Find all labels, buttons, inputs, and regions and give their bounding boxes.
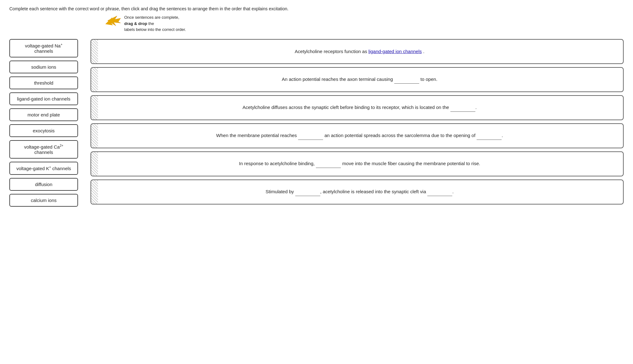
sentence-text: Acetylcholine diffuses across the synapt… xyxy=(106,103,614,112)
sentence-fragment: Stimulated by xyxy=(266,189,295,194)
sentence-card[interactable]: Acetylcholine diffuses across the synapt… xyxy=(91,95,624,120)
sentence-fragment: to open. xyxy=(419,76,437,82)
sentence-fragment: . xyxy=(452,189,454,194)
word-bank: voltage-gated Na+ channelssodium ionsthr… xyxy=(9,39,78,207)
answer-blank[interactable] xyxy=(316,160,341,168)
sentence-text: In response to acetylcholine binding, mo… xyxy=(106,160,614,168)
word-bank-item[interactable]: ligand-gated ion channels xyxy=(9,92,78,105)
word-bank-item[interactable]: threshold xyxy=(9,76,78,89)
sentence-fragment: . xyxy=(422,49,424,54)
drag-handle xyxy=(91,96,98,120)
drag-handle xyxy=(91,124,98,148)
sentence-text: An action potential reaches the axon ter… xyxy=(106,75,614,84)
drag-handle xyxy=(91,152,98,176)
sentence-card[interactable]: When the membrane potential reaches an a… xyxy=(91,123,624,148)
sentence-fragment: move into the muscle fiber causing the m… xyxy=(341,161,480,166)
word-bank-item[interactable]: voltage-gated Na+ channels xyxy=(9,39,78,57)
answer-blank[interactable] xyxy=(298,131,323,140)
word-bank-item[interactable]: motor end plate xyxy=(9,108,78,121)
sentence-text: Stimulated by , acetylcholine is release… xyxy=(106,188,614,196)
sentence-fragment: An action potential reaches the axon ter… xyxy=(282,76,394,82)
answer-blank[interactable] xyxy=(394,75,419,84)
filled-answer[interactable]: ligand-gated ion channels xyxy=(368,49,422,54)
drag-handle xyxy=(91,180,98,204)
sentence-card[interactable]: An action potential reaches the axon ter… xyxy=(91,67,624,92)
answer-blank[interactable] xyxy=(450,103,475,112)
answer-blank[interactable] xyxy=(295,188,320,196)
answer-blank[interactable] xyxy=(477,131,502,140)
sentence-fragment: an action potential spreads across the s… xyxy=(323,133,477,138)
drag-handle xyxy=(91,40,98,63)
sentence-text: When the membrane potential reaches an a… xyxy=(106,131,614,140)
sentence-fragment: Acetylcholine receptors function as xyxy=(295,49,368,54)
word-bank-item[interactable]: diffusion xyxy=(9,178,78,191)
arrow-hint-container: Once sentences are complete, drag & drop… xyxy=(103,14,624,33)
arrow-icon xyxy=(103,14,122,27)
hint-text: Once sentences are complete, drag & drop… xyxy=(124,14,186,33)
word-bank-item[interactable]: sodium ions xyxy=(9,61,78,73)
sentence-card[interactable]: Stimulated by , acetylcholine is release… xyxy=(91,180,624,204)
instruction-text: Complete each sentence with the correct … xyxy=(9,6,384,11)
sentence-card[interactable]: In response to acetylcholine binding, mo… xyxy=(91,151,624,176)
sentence-fragment: Acetylcholine diffuses across the synapt… xyxy=(243,105,450,110)
drag-handle xyxy=(91,68,98,91)
sentence-fragment: When the membrane potential reaches xyxy=(216,133,298,138)
word-bank-item[interactable]: voltage-gated K+ channels xyxy=(9,162,78,175)
sentence-card[interactable]: Acetylcholine receptors function as liga… xyxy=(91,39,624,64)
word-bank-item[interactable]: calcium ions xyxy=(9,194,78,207)
sentences-area: Acetylcholine receptors function as liga… xyxy=(91,39,624,204)
sentence-fragment: . xyxy=(502,133,503,138)
sentence-fragment: , acetylcholine is released into the syn… xyxy=(320,189,428,194)
main-layout: voltage-gated Na+ channelssodium ionsthr… xyxy=(9,39,624,207)
word-bank-item[interactable]: exocytosis xyxy=(9,124,78,137)
sentence-text: Acetylcholine receptors function as liga… xyxy=(106,47,614,56)
answer-blank[interactable] xyxy=(427,188,452,196)
word-bank-item[interactable]: voltage-gated Ca2+ channels xyxy=(9,140,78,159)
sentence-fragment: In response to acetylcholine binding, xyxy=(239,161,316,166)
sentence-fragment: . xyxy=(475,105,477,110)
